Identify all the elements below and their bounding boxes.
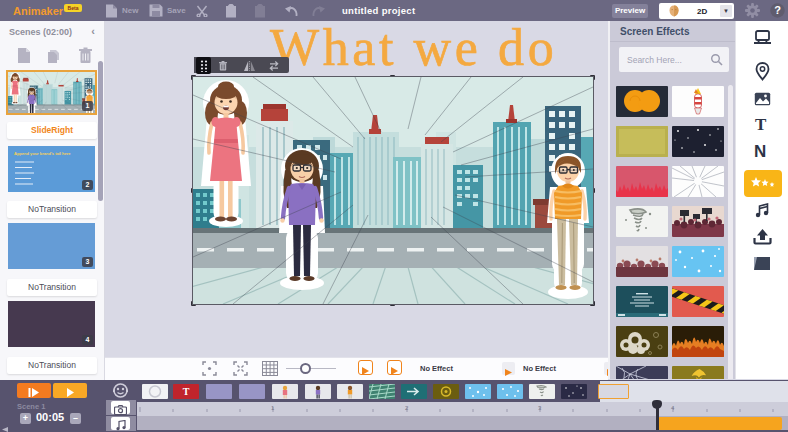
svg-text:2: 2 [405,405,409,411]
svg-text:?: ? [774,4,781,16]
svg-text:3: 3 [538,405,542,411]
svg-text:1: 1 [271,405,275,411]
svg-text:4: 4 [671,405,675,411]
